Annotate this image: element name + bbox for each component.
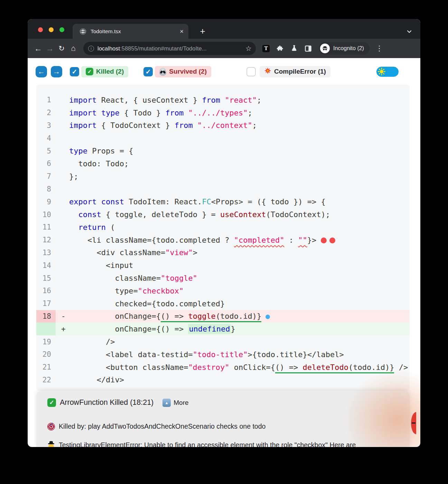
code-line: 21 <button className="destroy" onClick={… [36,361,410,374]
line-number: 15 [36,272,56,285]
chevron-down-icon[interactable] [405,27,413,36]
survived-filter-pill[interactable]: Survived (2) [155,66,211,77]
mutant-marker-button[interactable] [411,412,416,434]
check-mark-icon: ✓ [86,68,93,75]
address-bar[interactable]: i localhost:58855/mutation#mutant/TodoIt… [83,42,256,55]
killed-by-text: Killed by: play AddTwoTodosAndCheckOneSc… [59,422,265,430]
bookmark-star-icon[interactable]: ☆ [245,44,252,53]
incognito-badge[interactable]: Incognito (2) [319,42,370,55]
tab-close-icon[interactable]: × [180,28,184,35]
mutant-dot-blue[interactable] [265,315,270,319]
site-info-icon[interactable]: i [88,46,94,52]
forward-icon[interactable]: → [44,44,56,53]
code-text: <div className="view"> [69,248,197,257]
alien-icon [159,68,166,76]
check-mark-icon: ✓ [47,398,56,407]
incognito-icon [320,44,330,53]
new-tab-button[interactable]: + [198,27,207,36]
window-zoom-button[interactable] [59,27,64,32]
menu-kebab-icon[interactable]: ⋮ [376,44,383,53]
code-lines: 1import React, { useContext } from "reac… [36,94,410,386]
browser-window: TodoItem.tsx × + ← → ↻ ⌂ i localhost:588… [28,19,420,447]
browser-toolbar: ← → ↻ ⌂ i localhost:58855/mutation#mutan… [28,39,420,58]
side-panel-extension-icon[interactable] [305,45,312,52]
next-mutant-button[interactable]: → [51,66,62,77]
code-text: type="checkbox" [69,287,184,295]
code-text: type Props = { [69,147,133,155]
code-line: 12 <li className={todo.completed ? "comp… [36,234,410,246]
killed-filter-checkbox[interactable]: ✓ [70,67,79,76]
more-label: More [174,399,188,407]
url-path: :58855/mutation#mutant/TodoIte... [120,45,206,52]
code-line: 3import { TodoContext } from "../context… [36,119,410,132]
line-number: 3 [36,119,56,132]
survived-filter-label: Survived (2) [169,68,207,75]
mutant-dot-red[interactable] [329,238,335,243]
killed-filter-label: Killed (2) [96,68,124,75]
code-line: 7}; [36,170,410,183]
extension-t-icon[interactable]: T [262,45,270,52]
target-icon [47,423,55,430]
code-text: <li className={todo.completed ? "complet… [69,236,335,244]
home-icon[interactable]: ⌂ [67,44,79,53]
flask-extension-icon[interactable] [290,45,298,52]
line-number: 6 [36,157,56,170]
line-number: 12 [36,234,56,246]
tab-title: TodoItem.tsx [91,28,180,35]
code-line: 17 checked={todo.completed} [36,297,410,310]
code-text: <label data-testid="todo-title">{todo.ti… [69,350,344,359]
code-text: import type { Todo } from "../../types"; [69,109,252,117]
line-number: 17 [36,297,56,310]
killed-filter-pill[interactable]: ✓ Killed (2) [81,66,128,77]
code-line: + onChange={() => undefined} [36,323,410,335]
code-text: }; [69,172,78,181]
sun-icon [377,67,386,77]
diff-sign: - [56,312,69,320]
globe-favicon [80,28,86,35]
extensions-puzzle-icon[interactable] [276,45,284,52]
code-text: onChange={() => toggle(todo.id)} [69,312,270,320]
more-toggle[interactable]: ▲ More [162,399,188,407]
compile-error-filter-checkbox[interactable] [246,67,256,76]
code-text: <button className="destroy" onClick={() … [69,363,408,372]
survived-filter-checkbox[interactable]: ✓ [143,67,153,76]
line-number: 10 [36,208,56,221]
mutant-dot-red[interactable] [321,238,327,243]
line-number: 13 [36,246,56,259]
theme-toggle[interactable] [376,67,399,77]
mutant-filter-bar: ← → ✓ ✓ Killed (2) ✓ Survived (2) Compil… [36,66,412,77]
error-row: TestingLibraryElementError: Unable to fi… [47,441,356,447]
killed-by-row: Killed by: play AddTwoTodosAndCheckOneSc… [47,422,265,430]
diff-sign: + [56,325,69,333]
code-line: 16 type="checkbox" [36,285,410,297]
collision-icon [264,67,271,76]
compile-error-filter-pill[interactable]: CompileError (1) [260,66,330,77]
code-text: export const TodoItem: React.FC<Props> =… [69,197,326,206]
line-number: 22 [36,374,56,387]
line-number: 11 [36,221,56,234]
mutant-detail-drawer: ✓ ArrowFunction Killed (18:21) ▲ More Ki… [36,391,410,447]
reload-icon[interactable]: ↻ [56,44,67,53]
browser-tab[interactable]: TodoItem.tsx × [73,24,188,39]
code-line: 9export const TodoItem: React.FC<Props> … [36,195,410,208]
url-host: localhost [97,45,120,52]
code-text: todo: Todo; [69,159,129,168]
line-number: 1 [36,94,56,106]
code-text: import { TodoContext } from "../context"… [69,121,257,130]
code-line: 10 const { toggle, deleteTodo } = useCon… [36,208,410,221]
code-line: 8 [36,183,410,196]
code-text: import React, { useContext } from "react… [69,96,261,104]
line-number: 5 [36,145,56,157]
window-close-button[interactable] [38,27,43,32]
url-text[interactable]: localhost:58855/mutation#mutant/TodoIte.… [97,45,243,52]
line-number: 20 [36,348,56,361]
code-text: const { toggle, deleteTodo } = useContex… [69,210,330,219]
code-text: return ( [69,223,115,232]
previous-mutant-button[interactable]: ← [36,66,47,77]
window-minimize-button[interactable] [49,27,54,32]
error-text: TestingLibraryElementError: Unable to fi… [59,441,356,447]
code-line: 22 </div> [36,374,410,387]
line-number: 18 [36,310,56,323]
line-number: 9 [36,195,56,208]
back-icon[interactable]: ← [32,44,44,53]
